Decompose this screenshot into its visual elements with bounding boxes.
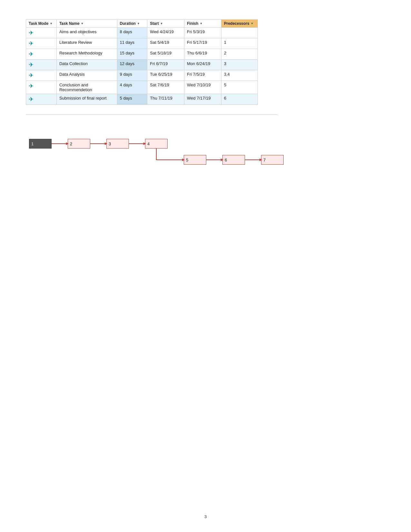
duration-cell: 8 days: [117, 28, 147, 38]
task-mode-cell: ✈: [26, 49, 57, 60]
node-7-label: 7: [263, 158, 266, 162]
task-mode-dropdown-icon[interactable]: ▼: [50, 22, 53, 25]
start-label: Start: [150, 21, 159, 26]
node-1-label: 1: [31, 141, 34, 146]
task-mode-cell: ✈: [26, 70, 57, 81]
task-name-cell: Conclusion and Recommendetion: [56, 81, 117, 94]
table-row: ✈Submission of final report5 daysThu 7/1…: [26, 94, 258, 105]
task-mode-cell: ✈: [26, 94, 57, 105]
task-mode-cell: ✈: [26, 28, 57, 38]
finish-dropdown-icon[interactable]: ▼: [200, 22, 202, 25]
network-diagram: 1 2 3 4 5 6 7: [26, 124, 271, 176]
task-mode-cell: ✈: [26, 60, 57, 70]
predecessors-label: Predecessors: [224, 21, 250, 26]
task-name-cell: Submission of final report: [56, 94, 117, 105]
node-3-label: 3: [109, 141, 111, 146]
table-row: ✈Aims and objectives8 daysWed 4/24/19Fri…: [26, 28, 258, 38]
node-7: 7: [261, 155, 284, 165]
header-start[interactable]: Start ▼: [147, 20, 184, 28]
predecessors-cell: [221, 28, 258, 38]
task-mode-cell: ✈: [26, 81, 57, 94]
predecessors-cell: 3: [221, 60, 258, 70]
start-cell: Thu 7/11/19: [147, 94, 184, 105]
header-finish[interactable]: Finish ▼: [184, 20, 221, 28]
duration-dropdown-icon[interactable]: ▼: [137, 22, 140, 25]
header-duration[interactable]: Duration ▼: [117, 20, 147, 28]
table-row: ✈Literature Review11 daysSat 5/4/19Fri 5…: [26, 38, 258, 49]
node-2-label: 2: [70, 141, 72, 146]
duration-cell: 15 days: [117, 49, 147, 60]
header-task-mode[interactable]: Task Mode ▼: [26, 20, 57, 28]
node-3: 3: [106, 139, 129, 149]
start-cell: Wed 4/24/19: [147, 28, 184, 38]
table-row: ✈Conclusion and Recommendetion4 daysSat …: [26, 81, 258, 94]
predecessors-cell: 2: [221, 49, 258, 60]
task-name-label: Task Name: [59, 21, 79, 26]
node-5: 5: [184, 155, 206, 165]
node-6: 6: [222, 155, 245, 165]
predecessors-cell: 6: [221, 94, 258, 105]
duration-cell: 5 days: [117, 94, 147, 105]
task-icon: ✈: [29, 96, 34, 103]
node-6-label: 6: [225, 158, 227, 162]
task-icon: ✈: [29, 40, 34, 47]
task-name-cell: Research Methodology: [56, 49, 117, 60]
task-icon: ✈: [29, 29, 34, 36]
task-icon: ✈: [29, 61, 34, 68]
finish-cell: Mon 6/24/19: [184, 60, 221, 70]
duration-cell: 11 days: [117, 38, 147, 49]
finish-cell: Wed 7/17/19: [184, 94, 221, 105]
header-predecessors[interactable]: Predecessors ▼: [221, 20, 258, 28]
task-mode-cell: ✈: [26, 38, 57, 49]
table-row: ✈Data Analysis9 daysTue 6/25/19Fri 7/5/1…: [26, 70, 258, 81]
duration-cell: 9 days: [117, 70, 147, 81]
task-name-cell: Literature Review: [56, 38, 117, 49]
duration-cell: 4 days: [117, 81, 147, 94]
finish-cell: Thu 6/6/19: [184, 49, 221, 60]
predecessors-cell: 3,4: [221, 70, 258, 81]
gantt-table: Task Mode ▼ Task Name ▼ Duration ▼: [26, 19, 258, 105]
node-5-label: 5: [186, 158, 188, 162]
predecessors-cell: 1: [221, 38, 258, 49]
task-name-cell: Data Collection: [56, 60, 117, 70]
start-cell: Tue 6/25/19: [147, 70, 184, 81]
predecessors-cell: 5: [221, 81, 258, 94]
start-cell: Sat 7/6/19: [147, 81, 184, 94]
duration-label: Duration: [120, 21, 136, 26]
node-1: 1: [29, 139, 52, 149]
start-cell: Sat 5/18/19: [147, 49, 184, 60]
network-diagram-container: 1 2 3 4 5 6 7: [26, 114, 277, 176]
table-row: ✈Data Collection12 daysFri 6/7/19Mon 6/2…: [26, 60, 258, 70]
predecessors-dropdown-icon[interactable]: ▼: [250, 22, 253, 25]
task-icon: ✈: [29, 72, 34, 79]
finish-cell: Fri 5/17/19: [184, 38, 221, 49]
finish-cell: Fri 5/3/19: [184, 28, 221, 38]
task-name-cell: Aims and objectives: [56, 28, 117, 38]
start-dropdown-icon[interactable]: ▼: [160, 22, 163, 25]
duration-cell: 12 days: [117, 60, 147, 70]
finish-cell: Fri 7/5/19: [184, 70, 221, 81]
node-2: 2: [68, 139, 90, 149]
node-4: 4: [145, 139, 168, 149]
node-4-label: 4: [147, 141, 150, 146]
page-number: 3: [204, 514, 207, 519]
task-icon: ✈: [29, 51, 34, 58]
network-arrows: [26, 124, 271, 176]
task-mode-label: Task Mode: [29, 21, 48, 26]
start-cell: Sat 5/4/19: [147, 38, 184, 49]
task-icon: ✈: [29, 82, 34, 90]
table-row: ✈Research Methodology15 daysSat 5/18/19T…: [26, 49, 258, 60]
finish-label: Finish: [187, 21, 198, 26]
start-cell: Fri 6/7/19: [147, 60, 184, 70]
task-name-cell: Data Analysis: [56, 70, 117, 81]
finish-cell: Wed 7/10/19: [184, 81, 221, 94]
task-name-dropdown-icon[interactable]: ▼: [81, 22, 83, 25]
header-task-name[interactable]: Task Name ▼: [56, 20, 117, 28]
